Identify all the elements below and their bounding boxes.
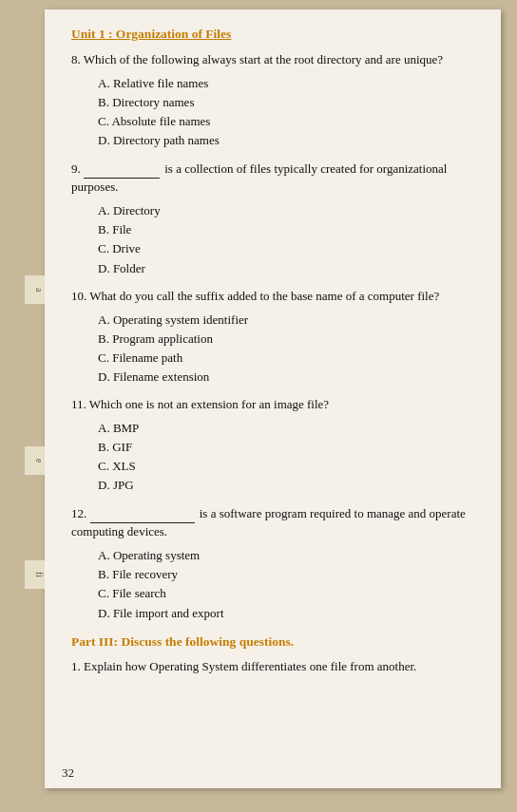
option: C. File search — [98, 584, 480, 603]
page: a fi e Unit 1 : Organization of Files 8.… — [45, 9, 501, 788]
question-8: 8. Which of the following always start a… — [71, 51, 480, 150]
option: C. Drive — [98, 239, 480, 258]
option: D. Filename extension — [98, 368, 480, 387]
option: D. Directory path names — [98, 131, 480, 150]
page-number: 32 — [62, 765, 74, 781]
blank-9 — [84, 160, 160, 179]
discuss-question-1: 1. Explain how Operating System differen… — [71, 657, 480, 676]
option: D. Folder — [98, 259, 480, 278]
option: C. Filename path — [98, 349, 480, 368]
option: B. File recovery — [98, 565, 480, 584]
option: B. Program application — [98, 330, 480, 349]
left-tab-3: e — [24, 446, 45, 475]
option: B. GIF — [98, 438, 480, 457]
option: B. Directory names — [98, 93, 480, 112]
question-9-options: A. Directory B. File C. Drive D. Folder — [98, 201, 480, 278]
option: B. File — [98, 220, 480, 239]
part-iii-title: Part III: Discuss the following question… — [71, 634, 480, 650]
option: A. Operating system — [98, 546, 480, 565]
question-12-text: 12. is a software program required to ma… — [71, 504, 480, 541]
question-10: 10. What do you call the suffix added to… — [71, 288, 480, 387]
option: A. BMP — [98, 419, 480, 438]
question-12: 12. is a software program required to ma… — [71, 504, 480, 622]
question-11-options: A. BMP B. GIF C. XLS D. JPG — [98, 419, 480, 496]
option: C. Absolute file names — [98, 112, 480, 131]
option: A. Relative file names — [98, 74, 480, 93]
blank-12 — [90, 504, 195, 523]
question-9-text: 9. is a collection of files typically cr… — [71, 160, 480, 197]
left-tab-2: fi — [24, 560, 45, 589]
question-8-text: 8. Which of the following always start a… — [71, 51, 480, 69]
unit-title: Unit 1 : Organization of Files — [71, 27, 480, 42]
question-10-options: A. Operating system identifier B. Progra… — [98, 311, 480, 387]
question-11-text: 11. Which one is not an extension for an… — [71, 396, 480, 414]
option: A. Directory — [98, 201, 480, 220]
question-11: 11. Which one is not an extension for an… — [71, 396, 480, 495]
question-8-options: A. Relative file names B. Directory name… — [98, 74, 480, 151]
question-12-options: A. Operating system B. File recovery C. … — [98, 546, 480, 623]
option: A. Operating system identifier — [98, 311, 480, 330]
question-9: 9. is a collection of files typically cr… — [71, 160, 480, 277]
left-tab-1: a — [24, 275, 45, 304]
option: C. XLS — [98, 457, 480, 476]
question-10-text: 10. What do you call the suffix added to… — [71, 288, 480, 306]
option: D. File import and export — [98, 604, 480, 623]
option: D. JPG — [98, 476, 480, 495]
